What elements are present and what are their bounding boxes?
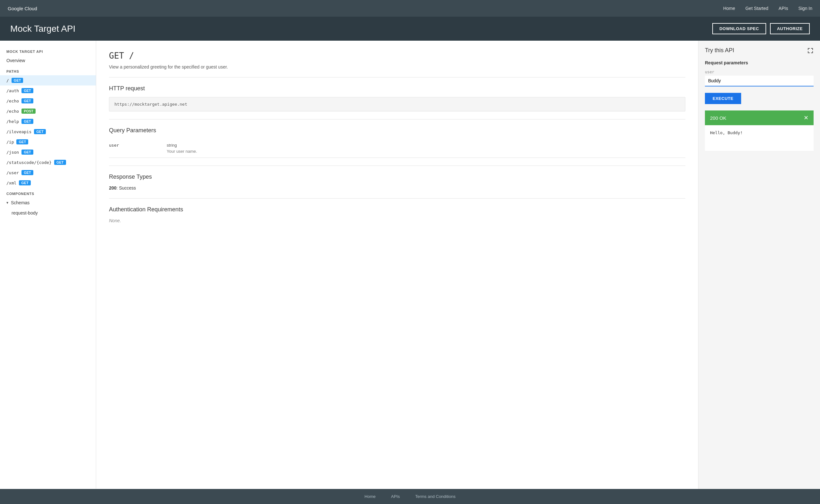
svg-rect-7: [812, 51, 813, 53]
http-request-url: https://mocktarget.apigee.net: [109, 97, 685, 111]
sidebar-section-paths: PATHS: [0, 66, 96, 75]
page-header: Mock Target API DOWNLOAD SPEC AUTHORIZE: [0, 17, 820, 41]
path-xml: /xml: [6, 181, 16, 185]
path-help: /help: [6, 119, 19, 124]
content-area: GET / View a personalized greeting for t…: [96, 41, 698, 489]
sidebar-item-auth-get[interactable]: /auth GET: [0, 85, 96, 96]
badge-get-echo: GET: [21, 98, 33, 103]
path-iloveapis: /iloveapis: [6, 129, 31, 134]
params-table: user string Your user name.: [109, 139, 685, 158]
execute-button[interactable]: EXECUTE: [705, 93, 741, 104]
response-code-200: 200: [109, 185, 116, 191]
http-request-heading: HTTP request: [109, 85, 685, 92]
brand-logo: Google Cloud: [8, 6, 37, 11]
try-panel-title: Try this API: [705, 47, 734, 54]
nav-home[interactable]: Home: [723, 6, 735, 11]
query-params-heading: Query Parameters: [109, 127, 685, 134]
path-ip: /ip: [6, 140, 14, 144]
svg-rect-5: [808, 51, 808, 53]
sidebar-section-components: COMPONENTS: [0, 188, 96, 198]
sidebar-section-mock-target: MOCK TARGET API: [0, 46, 96, 55]
expand-icon[interactable]: [807, 47, 814, 54]
main-layout: MOCK TARGET API Overview PATHS / GET /au…: [0, 41, 820, 489]
sidebar-item-user-get[interactable]: /user GET: [0, 167, 96, 178]
sidebar-item-echo-post[interactable]: /echo POST: [0, 106, 96, 116]
endpoint-description: View a personalized greeting for the spe…: [109, 64, 685, 69]
path-auth: /auth: [6, 88, 19, 93]
nav-apis[interactable]: APIs: [779, 6, 788, 11]
sidebar-item-ip-get[interactable]: /ip GET: [0, 137, 96, 147]
footer-home[interactable]: Home: [365, 494, 376, 499]
top-nav: Google Cloud Home Get Started APIs Sign …: [0, 0, 820, 17]
sidebar-item-help-get[interactable]: /help GET: [0, 116, 96, 126]
response-status: 200 OK: [710, 115, 726, 121]
badge-get-root: GET: [12, 78, 23, 83]
param-details-user: string Your user name.: [167, 143, 685, 154]
svg-rect-1: [808, 48, 808, 50]
response-banner: 200 OK ✕: [705, 110, 814, 125]
sidebar-item-root-get[interactable]: / GET: [0, 75, 96, 85]
request-params-label: Request parameters: [705, 60, 814, 65]
param-type-user: string: [167, 143, 685, 148]
path-root: /: [6, 78, 9, 83]
param-name-user: user: [109, 143, 167, 148]
footer-terms[interactable]: Terms and Conditions: [415, 494, 455, 499]
response-item-200: 200: Success: [109, 185, 685, 191]
footer: Home APIs Terms and Conditions: [0, 489, 820, 504]
badge-get-json: GET: [21, 150, 33, 155]
badge-post-echo: POST: [21, 109, 36, 114]
sidebar-item-request-body[interactable]: request-body: [0, 208, 96, 218]
path-user: /user: [6, 170, 19, 175]
badge-get-iloveapis: GET: [34, 129, 46, 134]
try-panel: Try this API Request parameters user EXE…: [698, 41, 820, 489]
request-body-label: request-body: [12, 210, 38, 215]
response-types-heading: Response Types: [109, 174, 685, 180]
badge-get-statuscode: GET: [54, 160, 66, 165]
path-json: /json: [6, 150, 19, 155]
badge-get-auth: GET: [21, 88, 33, 93]
param-row-user: user string Your user name.: [109, 139, 685, 158]
sidebar-item-echo-get[interactable]: /echo GET: [0, 96, 96, 106]
path-echo-post: /echo: [6, 109, 19, 114]
header-buttons: DOWNLOAD SPEC AUTHORIZE: [712, 23, 810, 34]
badge-get-xml: GET: [19, 180, 31, 185]
chevron-down-icon: ▾: [6, 200, 8, 205]
param-desc-user: Your user name.: [167, 149, 685, 154]
nav-get-started[interactable]: Get Started: [745, 6, 768, 11]
user-field-label: user: [705, 70, 814, 74]
authorize-button[interactable]: AUTHORIZE: [770, 23, 810, 34]
response-body: Hello, Buddy!: [705, 125, 814, 151]
auth-heading: Authentication Requirements: [109, 206, 685, 213]
sidebar-item-json-get[interactable]: /json GET: [0, 147, 96, 157]
sidebar-item-statuscode-get[interactable]: /statuscode/{code} GET: [0, 157, 96, 167]
sidebar-item-xml-get[interactable]: /xml GET: [0, 178, 96, 188]
nav-sign-in[interactable]: Sign In: [798, 6, 812, 11]
endpoint-title: GET /: [109, 51, 685, 61]
try-panel-header: Try this API: [705, 47, 814, 54]
sidebar-item-iloveapis-get[interactable]: /iloveapis GET: [0, 126, 96, 137]
path-echo-get: /echo: [6, 99, 19, 103]
svg-rect-3: [812, 48, 813, 50]
badge-get-user: GET: [21, 170, 33, 175]
sidebar-item-schemas[interactable]: ▾ Schemas: [0, 198, 96, 208]
page-title: Mock Target API: [10, 24, 75, 34]
sidebar: MOCK TARGET API Overview PATHS / GET /au…: [0, 41, 96, 489]
badge-get-help: GET: [21, 119, 33, 124]
close-icon[interactable]: ✕: [804, 114, 808, 121]
path-statuscode: /statuscode/{code}: [6, 160, 52, 165]
top-nav-links: Home Get Started APIs Sign In: [723, 6, 812, 11]
schemas-label: Schemas: [11, 200, 29, 205]
badge-get-ip: GET: [16, 139, 28, 144]
auth-value: None.: [109, 218, 685, 223]
footer-apis[interactable]: APIs: [391, 494, 400, 499]
sidebar-item-overview-label: Overview: [6, 58, 25, 63]
user-input[interactable]: [705, 76, 814, 86]
response-desc-200: Success: [119, 185, 136, 191]
sidebar-item-overview[interactable]: Overview: [0, 55, 96, 66]
download-spec-button[interactable]: DOWNLOAD SPEC: [712, 23, 766, 34]
